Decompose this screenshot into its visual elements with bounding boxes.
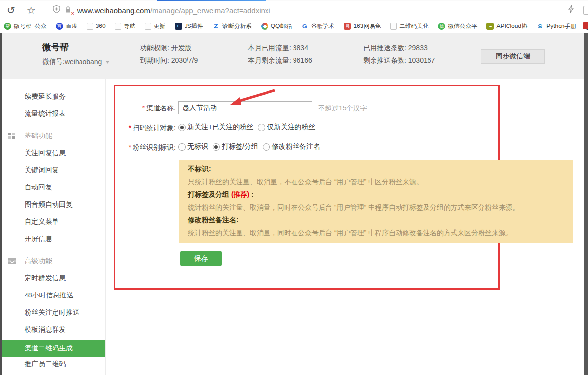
insecure-x-mark: × [71, 11, 74, 16]
radio-label: 修改粉丝备注名 [272, 142, 320, 151]
sidebar-item-splash-info[interactable]: 开屏信息 [2, 234, 105, 244]
sidebar-item-renew-service[interactable]: 续费延长服务 [2, 91, 105, 102]
channel-name-label: *渠道名称: [83, 104, 176, 113]
fan-mark-label: *粉丝识别标识: [83, 143, 176, 152]
insecure-lock-icon[interactable]: × [65, 6, 71, 15]
sidebar-item-scheduled-broadcast[interactable]: 定时群发信息 [2, 273, 105, 284]
bookmark-diagnosis[interactable]: Z诊断分析系 [213, 22, 252, 30]
undo-icon[interactable]: ↺ [7, 5, 15, 15]
page-icon [390, 23, 397, 30]
radio-option-no-mark[interactable]: 无标识 [178, 142, 208, 151]
bookmark-weihaobang[interactable]: 帮微号帮_公众 [4, 22, 47, 30]
sidebar-item-keyword-reply[interactable]: 关键词回复 [2, 165, 105, 176]
shield-plus-icon[interactable] [53, 5, 61, 16]
bookmark-python-manual[interactable]: SPython手册 [536, 22, 576, 30]
bookmark-label: QQ邮箱 [271, 22, 292, 30]
weihaobang-icon: 帮 [4, 23, 11, 30]
radio-icon[interactable] [178, 143, 186, 151]
radio-checked-icon[interactable] [178, 124, 186, 131]
radio-icon[interactable] [258, 124, 265, 131]
radio-option-new-only[interactable]: 仅新关注的粉丝 [258, 123, 315, 132]
sidebar-item-48h-push[interactable]: 48小时信息推送 [2, 290, 105, 301]
clipped-red-bookmark-icon[interactable] [583, 22, 588, 29]
bookmark-netease[interactable]: 易163网易免 [344, 22, 381, 30]
info-title-modify-remark: 修改粉丝备注名: [188, 214, 564, 226]
radio-label: 无标识 [187, 142, 208, 151]
bookmark-label: 谷歌学术 [311, 22, 334, 30]
bookmark-wechat-mp[interactable]: 信微信公众平 [438, 22, 477, 30]
radio-label: 打标签/分组 [222, 142, 258, 151]
required-mark: * [129, 143, 131, 151]
netease-mail-icon: 易 [344, 23, 351, 30]
bookmark-qrcode-beautify[interactable]: 二维码美化 [390, 22, 428, 30]
bookmark-gengxin[interactable]: 更新 [145, 22, 165, 30]
bookmark-label: 二维码美化 [399, 22, 428, 30]
app-header: 微号帮 微信号: weihaobang 功能权限: 开发版 到期时间: 2030… [0, 33, 584, 79]
save-button[interactable]: 保存 [180, 251, 222, 266]
account-value: weihaobang [65, 58, 102, 66]
url-path: /manage/app_erweima?act=addxinxi [150, 6, 270, 15]
google-scholar-icon: G [301, 23, 308, 30]
sync-wechat-button[interactable]: 同步微信端 [481, 49, 545, 64]
stat-push-left: 剩余推送条数: 1030167 [363, 56, 435, 65]
info-title-no-mark: 不标识: [188, 162, 564, 175]
diagnosis-icon: Z [213, 23, 220, 30]
bookmark-baidu[interactable]: 百百度 [56, 22, 78, 30]
chevron-down-icon[interactable] [105, 61, 110, 64]
url-host: www.weihaobang.com [77, 6, 150, 15]
info-desc-no-mark: 只统计粉丝的关注量、取消量，不在公众号后台 “用户管理” 中区分粉丝来源。 [188, 175, 564, 188]
sidebar-item-promoter-qrcode[interactable]: 推广员二维码 [2, 359, 105, 370]
window-left-edge [0, 33, 2, 375]
url-field[interactable]: www.weihaobang.com/manage/app_erweima?ac… [77, 6, 270, 15]
bookmark-google-scholar[interactable]: G谷歌学术 [301, 22, 334, 30]
required-mark: * [142, 104, 145, 112]
stat-push-used: 已用推送条数: 29833 [363, 44, 428, 53]
sidebar-item-channel-qrcode-active[interactable]: 渠道二维码生成 [2, 340, 105, 357]
apicloud-icon: ☁ [486, 23, 494, 30]
info-title-tag-group: 打标签及分组 (推荐) : [188, 188, 564, 201]
baidu-icon: 百 [56, 23, 63, 30]
sidebar-item-template-broadcast[interactable]: 模板消息群发 [2, 324, 105, 335]
recommended-badge: (推荐) [231, 190, 249, 198]
page-icon [87, 23, 93, 30]
sidebar-item-media-auto-reply[interactable]: 图音频自动回复 [2, 199, 105, 210]
page-icon [145, 23, 151, 30]
address-bar: ↺ ☆ × www.weihaobang.com/manage/app_erwe… [0, 1, 588, 20]
radio-checked-icon[interactable] [213, 143, 220, 151]
bookmark-360[interactable]: 360 [87, 23, 106, 30]
clipped-toolbar-icon [583, 6, 588, 15]
qq-mail-icon [261, 23, 268, 30]
stat-traffic-used: 本月已用流量: 3834 [248, 44, 308, 53]
page: { "colors":{"accent_green":"#4cae50","al… [0, 0, 588, 375]
app-title: 微号帮 [42, 41, 69, 53]
radio-option-tag-group[interactable]: 打标签/分组 [213, 142, 258, 151]
channel-name-hint: 不超过15个汉字 [318, 104, 367, 113]
page-scrollbar[interactable] [584, 33, 588, 375]
required-mark: * [129, 124, 131, 132]
bookmark-daohang[interactable]: 导航 [115, 22, 135, 30]
bookmarks-bar: 帮微号帮_公众 百百度 360 导航 更新 LJS插件 Z诊断分析系 QQ邮箱 … [0, 19, 588, 33]
bookmark-label: 微号帮_公众 [14, 22, 47, 30]
bookmark-qq-mail[interactable]: QQ邮箱 [261, 22, 292, 30]
bookmark-label: 更新 [154, 22, 165, 30]
sidebar-item-fan-timed-push[interactable]: 粉丝关注定时推送 [2, 307, 105, 318]
favorite-star-icon[interactable]: ☆ [27, 5, 36, 15]
sidebar-section-advanced: 高级功能 [2, 256, 105, 267]
radio-icon[interactable] [263, 143, 270, 151]
scan-target-options: 新关注+已关注的粉丝 仅新关注的粉丝 [178, 123, 320, 132]
bookmark-label: APICloud协 [496, 22, 527, 30]
bookmark-label: 163网易免 [353, 22, 381, 30]
channel-name-input[interactable] [178, 101, 312, 114]
sidebar-item-auto-reply[interactable]: 自动回复 [2, 182, 105, 193]
flash-lightning-icon[interactable] [567, 5, 574, 16]
radio-option-new-and-existing[interactable]: 新关注+已关注的粉丝 [178, 123, 253, 132]
bookmark-apicloud[interactable]: ☁APICloud协 [486, 22, 527, 30]
radio-option-modify-remark[interactable]: 修改粉丝备注名 [263, 142, 320, 151]
info-desc-tag-group: 统计粉丝的关注量、取消量，同时在公众号后台 “用户管理” 中程序自动打标签及分组… [188, 201, 564, 214]
info-desc-modify-remark: 统计粉丝的关注量、取消量，同时在公众号后台 “用户管理” 中程序自动修改备注名的… [188, 226, 564, 239]
account-switcher[interactable]: 微信号: weihaobang [42, 57, 110, 66]
stat-expire: 到期时间: 2030/7/9 [140, 56, 198, 65]
sidebar-item-custom-menu[interactable]: 自定义菜单 [2, 216, 105, 227]
sidebar: 续费延长服务 流量统计报表 基础功能 关注回复信息 关键词回复 自动回复 图音频… [2, 79, 106, 375]
bookmark-js-plugin[interactable]: LJS插件 [175, 22, 203, 30]
